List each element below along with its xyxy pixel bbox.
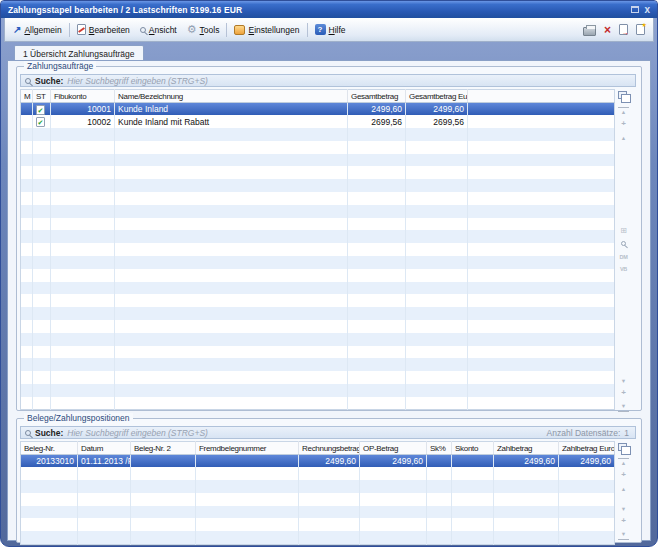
column-header-rechnungsbetrag[interactable]: Rechnungsbetrag bbox=[299, 442, 360, 455]
tab-uebersicht-zahlungsauftraege[interactable]: 1 Übersicht Zahlungsaufträge bbox=[14, 45, 144, 61]
column-header-spacer[interactable] bbox=[468, 90, 615, 103]
cell bbox=[468, 333, 615, 346]
exit-document-icon[interactable] bbox=[619, 24, 628, 35]
insert-row-icon[interactable]: + bbox=[618, 120, 629, 128]
cell bbox=[348, 141, 406, 154]
cell bbox=[21, 179, 33, 192]
goto-last-row-icon[interactable]: ▼ bbox=[618, 530, 629, 540]
menu-hilfe[interactable]: ? Hilfe bbox=[310, 22, 351, 37]
cell bbox=[21, 371, 33, 384]
search-icon bbox=[25, 430, 31, 436]
new-document-icon[interactable] bbox=[636, 24, 645, 35]
goto-first-row-icon[interactable]: ▲ bbox=[618, 458, 629, 468]
cell bbox=[115, 333, 348, 346]
close-icon[interactable]: x bbox=[644, 5, 650, 15]
empty-row[interactable] bbox=[21, 192, 615, 205]
cell: 2499,60 bbox=[406, 103, 468, 116]
column-header-zahlbetrag[interactable]: Zahlbetrag bbox=[494, 442, 559, 455]
empty-row[interactable] bbox=[21, 531, 615, 544]
empty-row[interactable] bbox=[21, 230, 615, 243]
empty-row[interactable] bbox=[21, 307, 615, 320]
empty-row[interactable] bbox=[21, 320, 615, 333]
menu-tools[interactable]: ⚙ Tools bbox=[182, 22, 225, 37]
column-header-st[interactable]: ST bbox=[33, 90, 51, 103]
search-placeholder: Hier Suchbegriff eingeben (STRG+S) bbox=[67, 76, 208, 86]
empty-row[interactable] bbox=[21, 358, 615, 371]
cell bbox=[406, 243, 468, 256]
title-bar[interactable]: Zahlungsstapel bearbeiten / 2 Lastschrif… bbox=[1, 1, 657, 18]
empty-row[interactable] bbox=[21, 493, 615, 506]
column-header-gesamtbetrag[interactable]: Gesamtbetrag bbox=[348, 90, 406, 103]
currency-dm-icon[interactable]: DM bbox=[618, 253, 629, 262]
empty-row[interactable] bbox=[21, 205, 615, 218]
empty-row[interactable] bbox=[21, 294, 615, 307]
column-header-fremdbelegnummer[interactable]: Fremdbelegnummer bbox=[196, 442, 299, 455]
empty-row[interactable] bbox=[21, 218, 615, 231]
column-header-datum[interactable]: Datum bbox=[78, 442, 131, 455]
empty-row[interactable] bbox=[21, 333, 615, 346]
empty-row[interactable] bbox=[21, 346, 615, 359]
menu-ansicht[interactable]: Ansicht bbox=[135, 23, 182, 37]
column-header-sk%[interactable]: Sk% bbox=[427, 442, 452, 455]
cell bbox=[21, 358, 33, 371]
menu-bearbeiten[interactable]: Bearbeiten bbox=[72, 22, 135, 37]
insert-row-bottom-icon[interactable]: + bbox=[618, 517, 629, 525]
zoom-icon[interactable] bbox=[618, 240, 629, 249]
goto-first-row-icon[interactable]: ▲ bbox=[618, 107, 629, 117]
column-header-zahlbetrag-euro[interactable]: Zahlbetrag Euro bbox=[559, 442, 615, 455]
cell: 2499,60 bbox=[360, 455, 427, 468]
column-header-m[interactable]: M bbox=[21, 90, 33, 103]
goto-last-row-icon[interactable]: ▼ bbox=[618, 402, 629, 412]
menu-allgemein[interactable]: ↗ Allgemein bbox=[8, 23, 67, 37]
cell bbox=[452, 480, 494, 493]
empty-row[interactable] bbox=[21, 371, 615, 384]
cell bbox=[360, 480, 427, 493]
column-chooser-icon[interactable] bbox=[618, 91, 627, 99]
move-row-up-icon[interactable]: ▲ bbox=[618, 485, 629, 494]
grid-view-icon[interactable]: ⊞ bbox=[618, 226, 629, 235]
cell bbox=[360, 493, 427, 506]
empty-row[interactable] bbox=[21, 179, 615, 192]
delete-icon[interactable]: × bbox=[604, 24, 611, 36]
empty-row[interactable] bbox=[21, 480, 615, 493]
empty-row[interactable] bbox=[21, 506, 615, 519]
column-header-beleg-nr-2[interactable]: Beleg-Nr. 2 bbox=[131, 442, 196, 455]
column-header-fibukonto[interactable]: Fibukonto bbox=[51, 90, 115, 103]
empty-row[interactable] bbox=[21, 166, 615, 179]
cell bbox=[51, 154, 115, 167]
empty-row[interactable] bbox=[21, 518, 615, 531]
table-row[interactable]: ✔10002Kunde Inland mit Rabatt2699,562699… bbox=[21, 115, 615, 128]
search-input[interactable]: Suche: Hier Suchbegriff eingeben (STRG+S… bbox=[20, 426, 636, 439]
empty-row[interactable] bbox=[21, 384, 615, 397]
move-row-up-icon[interactable]: ▲ bbox=[618, 134, 629, 143]
empty-row[interactable] bbox=[21, 141, 615, 154]
column-header-name-bezeichnung[interactable]: Name/Bezeichnung bbox=[115, 90, 348, 103]
empty-row[interactable] bbox=[21, 467, 615, 480]
move-row-down-icon[interactable]: ▼ bbox=[618, 377, 629, 386]
column-header-skonto[interactable]: Skonto bbox=[452, 442, 494, 455]
column-header-beleg-nr-[interactable]: Beleg-Nr. bbox=[21, 442, 78, 455]
print-icon[interactable] bbox=[583, 27, 596, 36]
empty-row[interactable] bbox=[21, 256, 615, 269]
search-input[interactable]: Suche: Hier Suchbegriff eingeben (STRG+S… bbox=[20, 74, 636, 87]
column-chooser-icon[interactable] bbox=[618, 443, 627, 451]
column-header-gesamtbetrag-euro[interactable]: Gesamtbetrag Euro bbox=[406, 90, 468, 103]
cell bbox=[406, 346, 468, 359]
grid-side-controls: ▲ + ▲ ⊞ DM VB ▼ + ▼ bbox=[615, 89, 632, 410]
move-row-down-icon[interactable]: ▼ bbox=[618, 505, 629, 514]
empty-row[interactable] bbox=[21, 243, 615, 256]
menu-einstellungen[interactable]: Einstellungen bbox=[229, 23, 304, 37]
table-row[interactable]: 2013301001.11.2013 /Fr2499,602499,602499… bbox=[21, 455, 615, 468]
insert-row-icon[interactable]: + bbox=[618, 471, 629, 479]
restore-icon[interactable] bbox=[631, 6, 639, 13]
currency-vb-icon[interactable]: VB bbox=[618, 265, 629, 274]
column-header-op-betrag[interactable]: OP-Betrag bbox=[360, 442, 427, 455]
table-row[interactable]: ✔10001Kunde Inland2499,602499,60 bbox=[21, 103, 615, 116]
empty-row[interactable] bbox=[21, 154, 615, 167]
empty-row[interactable] bbox=[21, 282, 615, 295]
empty-row[interactable] bbox=[21, 397, 615, 410]
cell bbox=[51, 141, 115, 154]
empty-row[interactable] bbox=[21, 128, 615, 141]
insert-row-bottom-icon[interactable]: + bbox=[618, 389, 629, 397]
empty-row[interactable] bbox=[21, 269, 615, 282]
